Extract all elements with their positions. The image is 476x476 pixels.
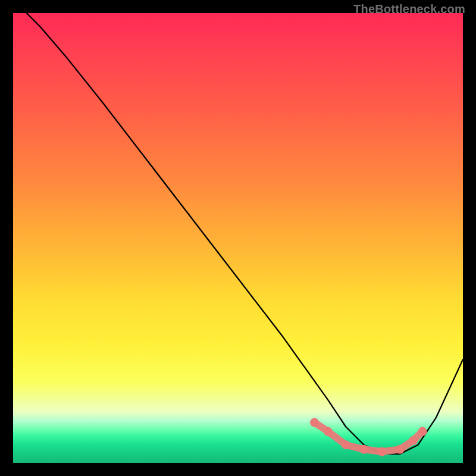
marker-dot — [324, 427, 333, 436]
watermark-text: TheBottleneck.com — [353, 2, 465, 16]
bottleneck-curve — [27, 13, 463, 454]
marker-dot — [359, 445, 368, 454]
marker-band — [315, 422, 423, 452]
marker-dot — [377, 447, 386, 456]
marker-dot — [342, 440, 350, 449]
marker-dot — [396, 445, 405, 454]
marker-dot — [418, 427, 427, 436]
curve-layer — [13, 13, 463, 463]
marker-dot — [409, 436, 418, 445]
marker-dot — [310, 418, 319, 427]
